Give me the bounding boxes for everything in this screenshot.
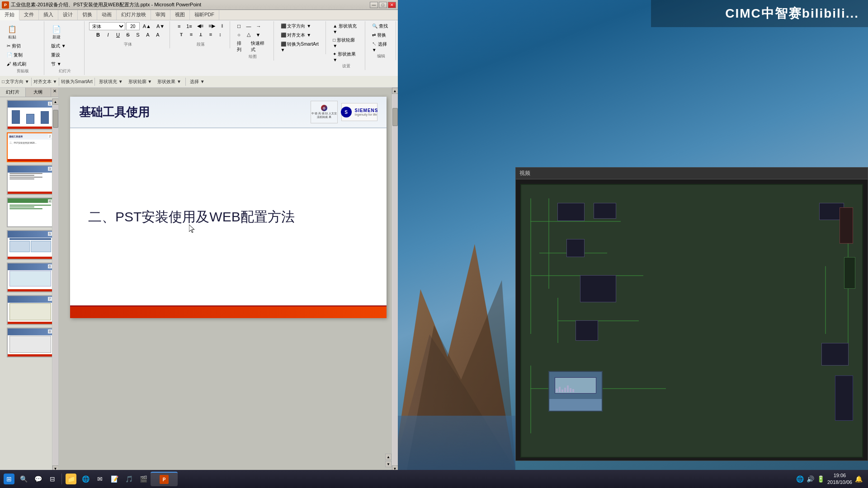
- align-left-button[interactable]: ⫪: [177, 31, 186, 38]
- section-button[interactable]: 节 ▼: [49, 60, 68, 68]
- font-family-select[interactable]: 宋体: [89, 22, 125, 30]
- shape-fill-button[interactable]: ▲ 形状填充 ▼: [330, 22, 362, 35]
- slide-scroll-thumb[interactable]: [392, 108, 398, 126]
- outline-tab[interactable]: 大纲: [26, 88, 52, 97]
- slide-scroll-track[interactable]: [392, 94, 398, 465]
- tab-animations[interactable]: 动画: [97, 10, 117, 20]
- align-right-button[interactable]: ⫫: [196, 31, 206, 38]
- reset-button[interactable]: 重设: [49, 51, 68, 59]
- minimize-button[interactable]: —: [370, 2, 378, 8]
- scroll-track[interactable]: [53, 105, 58, 465]
- tab-view[interactable]: 视图: [170, 10, 190, 20]
- line-spacing-button[interactable]: ↕: [216, 31, 225, 38]
- notepad-button[interactable]: 📝: [107, 472, 122, 486]
- slide-thumb-7[interactable]: 7: [7, 295, 52, 325]
- shape-outline-button[interactable]: □ 形状轮廓 ▼: [330, 36, 362, 49]
- numbering-button[interactable]: 1≡: [184, 23, 194, 30]
- video-button[interactable]: 🎬: [136, 472, 151, 486]
- task-view-button[interactable]: ⊟: [45, 472, 60, 486]
- maximize-button[interactable]: □: [379, 2, 387, 8]
- select-button[interactable]: ↖ 选择 ▼: [370, 40, 393, 53]
- slide-area-vscroll[interactable]: ▲ ▼: [392, 88, 398, 472]
- pan-down-btn[interactable]: ▼: [385, 461, 392, 467]
- more-shapes[interactable]: ▼: [254, 31, 263, 38]
- slide-scroll-up[interactable]: ▲: [392, 88, 398, 94]
- copy-button[interactable]: 📄 复制: [5, 51, 28, 59]
- ppt-taskbar-button[interactable]: P: [151, 472, 178, 486]
- panel-close-button[interactable]: ✕: [51, 88, 58, 97]
- tab-design[interactable]: 设计: [58, 10, 78, 20]
- justify-button[interactable]: ≡: [206, 31, 215, 38]
- format-painter-button[interactable]: 🖌 格式刷: [5, 60, 28, 68]
- decrease-font-button[interactable]: A▼: [154, 23, 167, 30]
- tab-slideshow[interactable]: 幻灯片放映: [117, 10, 151, 20]
- new-slide-button[interactable]: 📄 新建: [49, 22, 64, 42]
- slide-thumb-1[interactable]: 1: [7, 100, 52, 130]
- select-btn2[interactable]: 选择 ▼: [188, 78, 207, 86]
- pan-up-btn[interactable]: ▲: [385, 454, 392, 460]
- decrease-indent-button[interactable]: ◀≡: [195, 22, 206, 30]
- tab-transitions[interactable]: 切换: [78, 10, 97, 20]
- close-button[interactable]: ✕: [388, 2, 396, 8]
- notifications-icon[interactable]: 🔔: [855, 475, 863, 483]
- slides-tab[interactable]: 幻灯片: [0, 88, 26, 97]
- scroll-up-btn[interactable]: ▲: [52, 99, 59, 105]
- italic-button[interactable]: I: [104, 31, 113, 38]
- quick-styles-button[interactable]: 快速样式: [249, 39, 271, 54]
- cortana-button[interactable]: 💬: [31, 472, 45, 486]
- font-color-button[interactable]: A: [153, 31, 162, 38]
- slide-thumb-3[interactable]: 3: [7, 165, 52, 195]
- align-text-button[interactable]: ⬛ 对齐文本 ▼: [278, 31, 323, 39]
- slide-thumb-5[interactable]: 5: [7, 230, 52, 260]
- slide-thumb-8[interactable]: 8: [7, 328, 52, 357]
- tab-review[interactable]: 审阅: [151, 10, 170, 20]
- browser-button[interactable]: 🌐: [78, 472, 93, 486]
- slide-thumb-2[interactable]: 基础工具使用 二、PST安装使用及WEB... 2: [7, 132, 52, 162]
- paste-button[interactable]: 📋 粘贴: [5, 22, 20, 42]
- tab-home[interactable]: 开始: [0, 10, 19, 20]
- file-explorer-button[interactable]: 📁: [64, 472, 78, 486]
- align-center-button[interactable]: ≡: [187, 31, 196, 38]
- bullets-button[interactable]: ≡: [175, 23, 184, 30]
- slide-thumb-4[interactable]: 4: [7, 197, 52, 227]
- tab-foxit[interactable]: 福昕PDF: [190, 10, 219, 20]
- shape-triangle[interactable]: △: [244, 31, 253, 38]
- bold-button[interactable]: B: [94, 31, 103, 38]
- char-spacing-button[interactable]: A: [143, 31, 152, 38]
- text-direction-button[interactable]: ⬛ 文字方向 ▼: [278, 22, 323, 30]
- find-button[interactable]: 🔍 查找: [370, 22, 393, 30]
- slide-body[interactable]: 二、PST安装使用及WEB配置方法: [70, 129, 387, 305]
- slide-main-content[interactable]: 二、PST安装使用及WEB配置方法: [88, 208, 295, 226]
- search-button[interactable]: 🔍: [16, 472, 31, 486]
- convert-smartart-button[interactable]: ⬛ 转换为SmartArt ▼: [278, 40, 323, 53]
- tab-file[interactable]: 文件: [19, 10, 39, 20]
- slide-title[interactable]: 基础工具使用: [79, 104, 311, 120]
- shape-fill-btn2[interactable]: 形状填充 ▼: [97, 78, 125, 86]
- shape-rect[interactable]: □: [235, 22, 244, 30]
- shadow-button[interactable]: S: [133, 31, 142, 38]
- underline-button[interactable]: U: [113, 31, 123, 38]
- replace-button[interactable]: ⇄ 替换: [370, 31, 393, 39]
- shape-line[interactable]: —: [244, 23, 254, 30]
- layout-button[interactable]: 版式 ▼: [49, 42, 68, 50]
- shape-outline-btn2[interactable]: 形状轮廓 ▼: [126, 78, 155, 86]
- title-bar-controls[interactable]: — □ ✕: [370, 2, 396, 8]
- slide-canvas[interactable]: 基础工具使用 G 中 德 高 级 别 人文交流机制成 果: [70, 97, 387, 318]
- music-button[interactable]: 🎵: [122, 472, 136, 486]
- arrange-button[interactable]: 排列: [235, 39, 248, 54]
- shape-effects-btn2[interactable]: 形状效果 ▼: [155, 78, 184, 86]
- mail-button[interactable]: ✉: [93, 472, 107, 486]
- tab-insert[interactable]: 插入: [39, 10, 58, 20]
- slide-edit-area[interactable]: 基础工具使用 G 中 德 高 级 别 人文交流机制成 果: [59, 88, 398, 472]
- slides-vscroll[interactable]: ▲ ▼: [52, 99, 58, 472]
- cut-button[interactable]: ✂ 剪切: [5, 42, 28, 50]
- font-size-input[interactable]: 20: [126, 22, 140, 30]
- shape-ellipse[interactable]: ○: [235, 31, 244, 38]
- columns-button[interactable]: ⫴: [218, 22, 227, 30]
- system-clock[interactable]: 19:06 2018/10/06: [827, 472, 852, 486]
- shape-arrow[interactable]: →: [254, 23, 264, 30]
- increase-font-button[interactable]: A▲: [141, 23, 153, 30]
- strikethrough-button[interactable]: S: [123, 31, 132, 38]
- increase-indent-button[interactable]: ≡▶: [206, 22, 217, 30]
- shape-effects-button[interactable]: ✦ 形状效果 ▼: [330, 50, 362, 63]
